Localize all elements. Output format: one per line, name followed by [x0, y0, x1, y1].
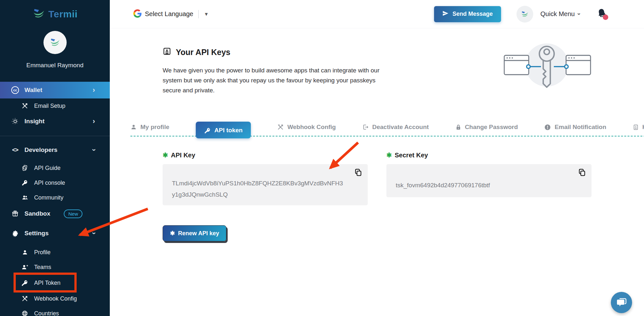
alert-circle-icon — [544, 124, 551, 131]
send-message-label: Send Message — [452, 11, 493, 17]
secret-key-label-row: ✱ Secret Key — [386, 151, 592, 159]
tab-label: KYC — [642, 124, 644, 131]
sidebar-item-label: API Token — [34, 280, 61, 286]
tab-email-notification[interactable]: Email Notification — [544, 124, 606, 132]
sidebar-item-teams[interactable]: Teams — [0, 260, 110, 274]
required-asterisk-icon: ✱ — [163, 151, 168, 159]
paper-plane-icon — [442, 10, 449, 18]
sidebar-item-email-setup[interactable]: Email Setup — [0, 98, 110, 113]
google-icon — [133, 9, 142, 19]
app-window: Termii Emmanuel Raymond cc Wallet › Emai… — [0, 0, 644, 316]
renew-api-key-label: Renew API key — [178, 230, 219, 237]
sidebar-item-label: Countries — [34, 310, 59, 316]
sidebar-nav: cc Wallet › Email Setup Insight › <> — [0, 82, 110, 316]
sidebar-item-sandbox[interactable]: Sandbox New — [0, 205, 110, 222]
sidebar-item-developers[interactable]: <> Developers › — [0, 142, 110, 158]
sidebar-item-label: Settings — [24, 230, 49, 237]
secret-key-label: Secret Key — [395, 152, 428, 159]
sidebar-item-label: API Guide — [34, 165, 61, 172]
person-plus-icon — [21, 264, 29, 270]
termii-bird-icon — [521, 11, 529, 17]
termii-bird-icon — [49, 38, 61, 47]
sidebar-item-label: Profile — [34, 249, 51, 256]
chat-widget-button[interactable] — [611, 292, 632, 313]
tab-webhook-config[interactable]: Webhook Config — [277, 124, 336, 132]
sidebar-item-label: Teams — [34, 264, 51, 271]
sidebar-item-label: API console — [34, 180, 65, 186]
wallet-icon: cc — [11, 86, 19, 94]
new-badge: New — [64, 209, 82, 218]
termii-bird-icon — [32, 8, 46, 20]
logout-icon — [362, 124, 369, 130]
tab-kyc[interactable]: KYC — [633, 124, 644, 132]
notification-bell[interactable] — [597, 8, 607, 20]
renew-api-key-button[interactable]: ✱ Renew API key — [163, 225, 226, 241]
language-label: Select Language — [145, 10, 193, 18]
tab-label: Webhook Config — [287, 124, 336, 131]
tab-api-token[interactable]: API token — [196, 122, 251, 138]
api-key-value: TLmdi4jcWdVb8iYuPS1h0HbZ8FQHZ2E8KBv3gMVz… — [163, 164, 368, 200]
sidebar-item-profile[interactable]: Profile — [0, 245, 110, 260]
tab-label: API token — [214, 127, 243, 134]
person-icon — [21, 249, 29, 256]
chevron-down-icon: › — [90, 232, 98, 234]
chevron-right-icon: › — [93, 86, 95, 94]
asterisk-icon: ✱ — [170, 230, 175, 237]
tab-label: My profile — [140, 124, 169, 131]
topbar: Select Language ▼ Send Message — [110, 0, 644, 28]
tools-icon — [21, 103, 29, 109]
globe-icon — [21, 310, 29, 316]
tools-icon — [277, 124, 284, 130]
lock-icon — [455, 124, 461, 130]
brand-logo[interactable]: Termii — [0, 0, 110, 20]
tools-icon — [21, 295, 29, 302]
tab-change-password[interactable]: Change Password — [455, 124, 518, 132]
api-key-field[interactable]: TLmdi4jcWdVb8iYuPS1h0HbZ8FQHZ2E8KBv3gMVz… — [163, 164, 368, 205]
brand-name: Termii — [48, 9, 78, 20]
chevron-right-icon: › — [93, 117, 95, 125]
user-name: Emmanuel Raymond — [0, 62, 110, 69]
tab-label: Deactivate Account — [372, 124, 429, 131]
api-key-column: ✱ API Key TLmdi4jcWdVb8iYuPS1h0HbZ8FQHZ2… — [163, 151, 368, 241]
user-avatar-small[interactable] — [516, 6, 533, 23]
tab-my-profile[interactable]: My profile — [130, 124, 169, 132]
chat-bubbles-icon — [616, 297, 627, 308]
sidebar-item-insight[interactable]: Insight › — [0, 113, 110, 129]
main-column: Select Language ▼ Send Message — [110, 0, 644, 316]
document-icon — [633, 124, 639, 130]
sidebar-item-settings[interactable]: Settings › — [0, 224, 110, 242]
api-key-label-row: ✱ API Key — [163, 151, 368, 159]
copy-icon[interactable] — [354, 168, 363, 178]
sidebar-item-wallet[interactable]: cc Wallet › — [0, 82, 110, 98]
secret-key-column: ✱ Secret Key tsk_fovm6492b4d24977069176t… — [386, 151, 592, 241]
topbar-right: Send Message Quick Menu › — [434, 6, 607, 23]
send-message-button[interactable]: Send Message — [434, 6, 501, 22]
sidebar-item-community[interactable]: Community — [0, 190, 110, 205]
sidebar-item-label: Email Setup — [34, 103, 65, 109]
chevron-down-icon: › — [576, 13, 582, 15]
sun-icon — [11, 118, 19, 125]
sidebar-item-api-token[interactable]: API Token — [0, 274, 110, 291]
quick-menu[interactable]: Quick Menu › — [540, 10, 580, 18]
code-icon: <> — [11, 147, 19, 153]
caret-down-icon: ▼ — [204, 11, 209, 17]
sidebar-item-webhook-config[interactable]: Webhook Config — [0, 291, 110, 306]
user-avatar[interactable] — [43, 31, 67, 54]
sidebar-item-api-console[interactable]: API console — [0, 175, 110, 190]
sidebar-item-countries[interactable]: Countries — [0, 306, 110, 316]
chevron-down-icon: › — [90, 149, 98, 151]
content-area: Your API Keys We have given you the powe… — [110, 28, 644, 316]
gear-icon — [11, 230, 19, 237]
tab-deactivate-account[interactable]: Deactivate Account — [362, 124, 429, 132]
notification-dot — [603, 14, 608, 20]
key-icon — [204, 127, 211, 134]
language-selector[interactable]: Select Language ▼ — [133, 9, 209, 19]
api-keys-illustration — [496, 35, 599, 96]
secret-key-value: tsk_fovm6492b4d24977069176tbtf — [386, 164, 592, 191]
copy-icon[interactable] — [578, 168, 586, 178]
separator — [198, 10, 199, 18]
secret-key-field[interactable]: tsk_fovm6492b4d24977069176tbtf — [386, 164, 592, 197]
sidebar-item-label: Sandbox — [24, 210, 50, 217]
sidebar-item-api-guide[interactable]: API Guide — [0, 161, 110, 175]
sidebar: Termii Emmanuel Raymond cc Wallet › Emai… — [0, 0, 110, 316]
